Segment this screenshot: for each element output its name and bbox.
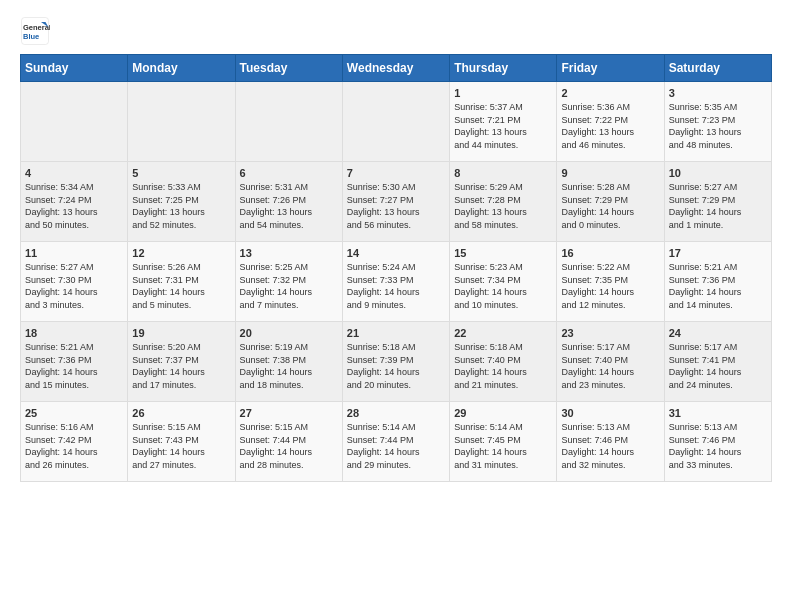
- header-saturday: Saturday: [664, 55, 771, 82]
- day-info: Sunrise: 5:24 AM Sunset: 7:33 PM Dayligh…: [347, 261, 445, 311]
- calendar-cell: 12Sunrise: 5:26 AM Sunset: 7:31 PM Dayli…: [128, 242, 235, 322]
- day-info: Sunrise: 5:26 AM Sunset: 7:31 PM Dayligh…: [132, 261, 230, 311]
- header-monday: Monday: [128, 55, 235, 82]
- day-info: Sunrise: 5:13 AM Sunset: 7:46 PM Dayligh…: [669, 421, 767, 471]
- calendar-cell: 29Sunrise: 5:14 AM Sunset: 7:45 PM Dayli…: [450, 402, 557, 482]
- day-number: 15: [454, 247, 552, 259]
- day-number: 9: [561, 167, 659, 179]
- calendar-cell: 6Sunrise: 5:31 AM Sunset: 7:26 PM Daylig…: [235, 162, 342, 242]
- calendar-cell: 13Sunrise: 5:25 AM Sunset: 7:32 PM Dayli…: [235, 242, 342, 322]
- day-number: 28: [347, 407, 445, 419]
- day-number: 27: [240, 407, 338, 419]
- day-number: 1: [454, 87, 552, 99]
- day-info: Sunrise: 5:37 AM Sunset: 7:21 PM Dayligh…: [454, 101, 552, 151]
- calendar-cell: 11Sunrise: 5:27 AM Sunset: 7:30 PM Dayli…: [21, 242, 128, 322]
- calendar-cell: [342, 82, 449, 162]
- calendar-cell: 3Sunrise: 5:35 AM Sunset: 7:23 PM Daylig…: [664, 82, 771, 162]
- day-info: Sunrise: 5:27 AM Sunset: 7:29 PM Dayligh…: [669, 181, 767, 231]
- logo-icon: General Blue: [20, 16, 50, 46]
- day-number: 4: [25, 167, 123, 179]
- calendar-cell: [235, 82, 342, 162]
- day-number: 24: [669, 327, 767, 339]
- day-info: Sunrise: 5:31 AM Sunset: 7:26 PM Dayligh…: [240, 181, 338, 231]
- week-row-3: 11Sunrise: 5:27 AM Sunset: 7:30 PM Dayli…: [21, 242, 772, 322]
- day-info: Sunrise: 5:17 AM Sunset: 7:41 PM Dayligh…: [669, 341, 767, 391]
- calendar-cell: 20Sunrise: 5:19 AM Sunset: 7:38 PM Dayli…: [235, 322, 342, 402]
- day-number: 14: [347, 247, 445, 259]
- day-number: 8: [454, 167, 552, 179]
- calendar-cell: 24Sunrise: 5:17 AM Sunset: 7:41 PM Dayli…: [664, 322, 771, 402]
- calendar-cell: 1Sunrise: 5:37 AM Sunset: 7:21 PM Daylig…: [450, 82, 557, 162]
- day-info: Sunrise: 5:21 AM Sunset: 7:36 PM Dayligh…: [669, 261, 767, 311]
- day-info: Sunrise: 5:16 AM Sunset: 7:42 PM Dayligh…: [25, 421, 123, 471]
- day-info: Sunrise: 5:15 AM Sunset: 7:43 PM Dayligh…: [132, 421, 230, 471]
- header: General Blue: [20, 16, 772, 46]
- calendar-cell: 21Sunrise: 5:18 AM Sunset: 7:39 PM Dayli…: [342, 322, 449, 402]
- day-info: Sunrise: 5:14 AM Sunset: 7:44 PM Dayligh…: [347, 421, 445, 471]
- header-thursday: Thursday: [450, 55, 557, 82]
- day-info: Sunrise: 5:23 AM Sunset: 7:34 PM Dayligh…: [454, 261, 552, 311]
- calendar-cell: 2Sunrise: 5:36 AM Sunset: 7:22 PM Daylig…: [557, 82, 664, 162]
- day-number: 5: [132, 167, 230, 179]
- day-number: 21: [347, 327, 445, 339]
- day-info: Sunrise: 5:33 AM Sunset: 7:25 PM Dayligh…: [132, 181, 230, 231]
- logo: General Blue: [20, 16, 50, 46]
- day-info: Sunrise: 5:29 AM Sunset: 7:28 PM Dayligh…: [454, 181, 552, 231]
- day-info: Sunrise: 5:27 AM Sunset: 7:30 PM Dayligh…: [25, 261, 123, 311]
- header-sunday: Sunday: [21, 55, 128, 82]
- day-info: Sunrise: 5:20 AM Sunset: 7:37 PM Dayligh…: [132, 341, 230, 391]
- calendar-cell: 4Sunrise: 5:34 AM Sunset: 7:24 PM Daylig…: [21, 162, 128, 242]
- day-number: 18: [25, 327, 123, 339]
- calendar-cell: 22Sunrise: 5:18 AM Sunset: 7:40 PM Dayli…: [450, 322, 557, 402]
- day-info: Sunrise: 5:34 AM Sunset: 7:24 PM Dayligh…: [25, 181, 123, 231]
- svg-text:Blue: Blue: [23, 32, 39, 41]
- calendar-cell: [128, 82, 235, 162]
- day-number: 29: [454, 407, 552, 419]
- calendar-cell: 19Sunrise: 5:20 AM Sunset: 7:37 PM Dayli…: [128, 322, 235, 402]
- week-row-1: 1Sunrise: 5:37 AM Sunset: 7:21 PM Daylig…: [21, 82, 772, 162]
- calendar-cell: 9Sunrise: 5:28 AM Sunset: 7:29 PM Daylig…: [557, 162, 664, 242]
- calendar-cell: 7Sunrise: 5:30 AM Sunset: 7:27 PM Daylig…: [342, 162, 449, 242]
- day-number: 13: [240, 247, 338, 259]
- day-info: Sunrise: 5:19 AM Sunset: 7:38 PM Dayligh…: [240, 341, 338, 391]
- day-number: 6: [240, 167, 338, 179]
- day-number: 31: [669, 407, 767, 419]
- calendar-header-row: SundayMondayTuesdayWednesdayThursdayFrid…: [21, 55, 772, 82]
- calendar-cell: 25Sunrise: 5:16 AM Sunset: 7:42 PM Dayli…: [21, 402, 128, 482]
- calendar-cell: [21, 82, 128, 162]
- calendar-cell: 5Sunrise: 5:33 AM Sunset: 7:25 PM Daylig…: [128, 162, 235, 242]
- day-info: Sunrise: 5:15 AM Sunset: 7:44 PM Dayligh…: [240, 421, 338, 471]
- day-number: 22: [454, 327, 552, 339]
- calendar-cell: 30Sunrise: 5:13 AM Sunset: 7:46 PM Dayli…: [557, 402, 664, 482]
- day-info: Sunrise: 5:17 AM Sunset: 7:40 PM Dayligh…: [561, 341, 659, 391]
- day-info: Sunrise: 5:21 AM Sunset: 7:36 PM Dayligh…: [25, 341, 123, 391]
- calendar-cell: 23Sunrise: 5:17 AM Sunset: 7:40 PM Dayli…: [557, 322, 664, 402]
- calendar-cell: 10Sunrise: 5:27 AM Sunset: 7:29 PM Dayli…: [664, 162, 771, 242]
- day-info: Sunrise: 5:13 AM Sunset: 7:46 PM Dayligh…: [561, 421, 659, 471]
- calendar-cell: 15Sunrise: 5:23 AM Sunset: 7:34 PM Dayli…: [450, 242, 557, 322]
- day-info: Sunrise: 5:30 AM Sunset: 7:27 PM Dayligh…: [347, 181, 445, 231]
- calendar-cell: 18Sunrise: 5:21 AM Sunset: 7:36 PM Dayli…: [21, 322, 128, 402]
- calendar-cell: 26Sunrise: 5:15 AM Sunset: 7:43 PM Dayli…: [128, 402, 235, 482]
- day-info: Sunrise: 5:18 AM Sunset: 7:40 PM Dayligh…: [454, 341, 552, 391]
- day-number: 7: [347, 167, 445, 179]
- day-number: 20: [240, 327, 338, 339]
- calendar-cell: 31Sunrise: 5:13 AM Sunset: 7:46 PM Dayli…: [664, 402, 771, 482]
- day-number: 17: [669, 247, 767, 259]
- week-row-5: 25Sunrise: 5:16 AM Sunset: 7:42 PM Dayli…: [21, 402, 772, 482]
- calendar-cell: 17Sunrise: 5:21 AM Sunset: 7:36 PM Dayli…: [664, 242, 771, 322]
- day-info: Sunrise: 5:25 AM Sunset: 7:32 PM Dayligh…: [240, 261, 338, 311]
- day-number: 25: [25, 407, 123, 419]
- calendar-cell: 28Sunrise: 5:14 AM Sunset: 7:44 PM Dayli…: [342, 402, 449, 482]
- header-friday: Friday: [557, 55, 664, 82]
- day-number: 19: [132, 327, 230, 339]
- day-info: Sunrise: 5:14 AM Sunset: 7:45 PM Dayligh…: [454, 421, 552, 471]
- day-info: Sunrise: 5:36 AM Sunset: 7:22 PM Dayligh…: [561, 101, 659, 151]
- header-wednesday: Wednesday: [342, 55, 449, 82]
- calendar-table: SundayMondayTuesdayWednesdayThursdayFrid…: [20, 54, 772, 482]
- day-number: 23: [561, 327, 659, 339]
- day-number: 12: [132, 247, 230, 259]
- day-info: Sunrise: 5:22 AM Sunset: 7:35 PM Dayligh…: [561, 261, 659, 311]
- calendar-cell: 16Sunrise: 5:22 AM Sunset: 7:35 PM Dayli…: [557, 242, 664, 322]
- week-row-4: 18Sunrise: 5:21 AM Sunset: 7:36 PM Dayli…: [21, 322, 772, 402]
